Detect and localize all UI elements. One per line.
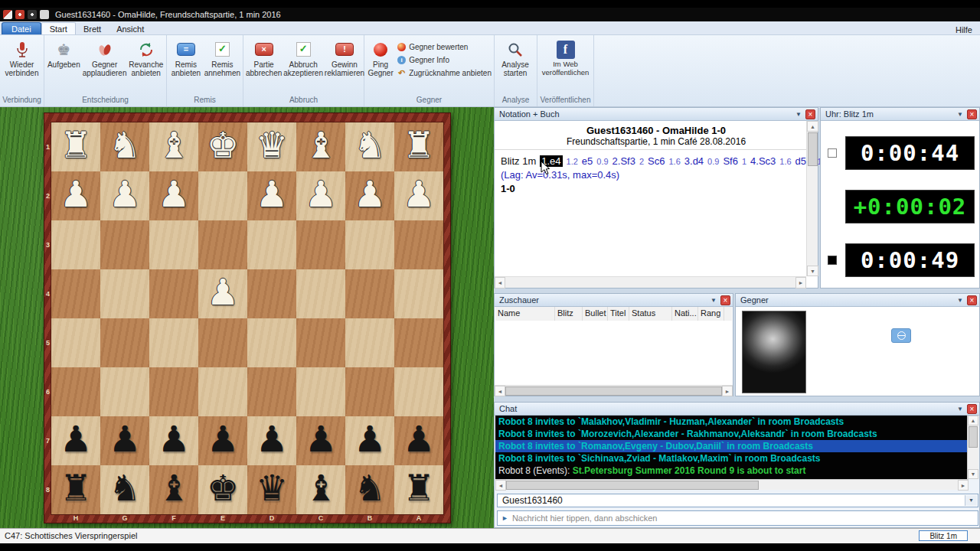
chat-message[interactable]: Robot 8 invites to `Romanov,Evgeny - Dub… [495, 440, 969, 452]
chat-vscrollbar[interactable]: ▲ ▼ [967, 416, 978, 479]
square-d2[interactable]: ♟ [247, 171, 296, 220]
square-a5[interactable] [394, 318, 443, 367]
square-g1[interactable]: ♞ [100, 122, 149, 171]
column-header-bullet[interactable]: Bullet [583, 307, 608, 321]
square-h8[interactable]: ♜ [51, 465, 100, 514]
square-e3[interactable] [198, 220, 247, 269]
scroll-up-icon[interactable]: ▲ [968, 416, 978, 425]
rate-opponent-button[interactable]: Gegner bewerten [397, 41, 492, 53]
chevron-down-icon[interactable]: ▼ [957, 111, 963, 118]
start-analysis-button[interactable]: Analyse starten [497, 37, 534, 77]
abort-game-button[interactable]: × Partie abbrechen [246, 37, 282, 77]
close-icon[interactable]: × [967, 295, 977, 305]
notation-move[interactable]: d5 [795, 155, 806, 167]
square-g2[interactable]: ♟ [100, 171, 149, 220]
square-f3[interactable] [149, 220, 198, 269]
scroll-right-icon[interactable]: ► [958, 480, 969, 491]
column-header-name[interactable]: Name [495, 307, 555, 321]
scroll-down-icon[interactable]: ▼ [968, 469, 978, 479]
white-pawn[interactable]: ♟ [51, 171, 100, 220]
square-b4[interactable] [345, 269, 394, 318]
column-header-blitz[interactable]: Blitz [555, 307, 583, 321]
square-a2[interactable]: ♟ [394, 171, 443, 220]
square-h7[interactable]: ♟ [51, 416, 100, 465]
notation-move[interactable]: 4.Sc3 [750, 155, 776, 167]
spectators-hscrollbar[interactable]: ◄ ► [495, 385, 733, 396]
opponent-info-button[interactable]: i Gegner Info [397, 54, 492, 66]
white-bishop[interactable]: ♝ [296, 122, 345, 171]
white-pawn[interactable]: ♟ [149, 171, 198, 220]
square-b1[interactable]: ♞ [345, 122, 394, 171]
chat-message[interactable]: Robot 8 (Events): St.Petersburg Summer 2… [495, 465, 969, 477]
white-pawn[interactable]: ♟ [394, 171, 443, 220]
tab-brett[interactable]: Brett [76, 23, 109, 34]
white-rook[interactable]: ♜ [51, 122, 100, 171]
square-g4[interactable] [100, 269, 149, 318]
square-b8[interactable]: ♞ [345, 465, 394, 514]
chat-message[interactable]: Robot 8 invites to `Morozevich,Alexander… [495, 428, 969, 440]
close-icon[interactable]: × [720, 295, 730, 305]
reconnect-button[interactable]: Wieder verbinden [2, 37, 41, 77]
scroll-thumb[interactable] [505, 386, 722, 396]
square-d4[interactable] [247, 269, 296, 318]
notation-move[interactable]: Sf6 [723, 155, 738, 167]
square-e8[interactable]: ♚ [198, 465, 247, 514]
square-e2[interactable] [198, 171, 247, 220]
black-pawn[interactable]: ♟ [345, 416, 394, 465]
notation-move[interactable]: 3.d4 [684, 155, 704, 167]
square-b3[interactable] [345, 220, 394, 269]
chevron-down-icon[interactable]: ▼ [957, 406, 963, 412]
black-rook[interactable]: ♜ [51, 465, 100, 514]
white-knight[interactable]: ♞ [345, 122, 394, 171]
scroll-down-icon[interactable]: ▼ [807, 266, 818, 276]
chat-name-combobox[interactable]: Guest1631460 ▼ [497, 494, 978, 507]
square-g3[interactable] [100, 220, 149, 269]
tab-start[interactable]: Start [41, 22, 76, 34]
white-pawn[interactable]: ♟ [100, 171, 149, 220]
square-c4[interactable] [296, 269, 345, 318]
black-king[interactable]: ♚ [198, 465, 247, 514]
square-g7[interactable]: ♟ [100, 416, 149, 465]
notation-move[interactable]: Sc6 [648, 155, 665, 167]
scroll-thumb[interactable] [969, 426, 978, 448]
square-e7[interactable]: ♟ [198, 416, 247, 465]
offer-takeback-button[interactable]: ↶ Zugrücknahme anbieten [397, 67, 492, 79]
square-a3[interactable] [394, 220, 443, 269]
ping-opponent-button[interactable]: Ping Gegner [367, 37, 394, 77]
square-f7[interactable]: ♟ [149, 416, 198, 465]
resign-button[interactable]: ♚ Aufgeben [47, 37, 81, 69]
square-g6[interactable] [100, 367, 149, 416]
square-f4[interactable] [149, 269, 198, 318]
applaud-opponent-button[interactable]: Gegner applaudieren [83, 37, 127, 77]
scroll-thumb[interactable] [506, 481, 759, 490]
square-f5[interactable] [149, 318, 198, 367]
close-icon[interactable]: × [805, 109, 815, 119]
square-a4[interactable] [394, 269, 443, 318]
square-c1[interactable]: ♝ [296, 122, 345, 171]
square-a7[interactable]: ♟ [394, 416, 443, 465]
chevron-down-icon[interactable]: ▼ [965, 495, 977, 506]
black-pawn[interactable]: ♟ [394, 416, 443, 465]
accept-draw-button[interactable]: ✓ Remis annehmen [204, 37, 240, 77]
white-pawn[interactable]: ♟ [296, 171, 345, 220]
publish-web-button[interactable]: f Im Web veröffentlichen [540, 37, 591, 77]
square-d1[interactable]: ♛ [247, 122, 296, 171]
black-bishop[interactable]: ♝ [296, 465, 345, 514]
square-e5[interactable] [198, 318, 247, 367]
black-pawn[interactable]: ♟ [198, 416, 247, 465]
square-b7[interactable]: ♟ [345, 416, 394, 465]
white-queen[interactable]: ♛ [247, 122, 296, 171]
scroll-left-icon[interactable]: ◄ [495, 277, 505, 289]
accept-abort-button[interactable]: ✓ Abbruch akzeptieren [283, 37, 323, 77]
tab-ansicht[interactable]: Ansicht [109, 23, 152, 34]
square-d3[interactable] [247, 220, 296, 269]
white-king[interactable]: ♚ [198, 122, 247, 171]
square-e6[interactable] [198, 367, 247, 416]
square-h4[interactable] [51, 269, 100, 318]
black-bishop[interactable]: ♝ [149, 465, 198, 514]
chevron-down-icon[interactable]: ▼ [957, 297, 963, 304]
square-d5[interactable] [247, 318, 296, 367]
square-d7[interactable]: ♟ [247, 416, 296, 465]
chat-hscrollbar[interactable]: ◄ ► [495, 479, 969, 490]
notation-move[interactable]: e5 [582, 155, 593, 167]
